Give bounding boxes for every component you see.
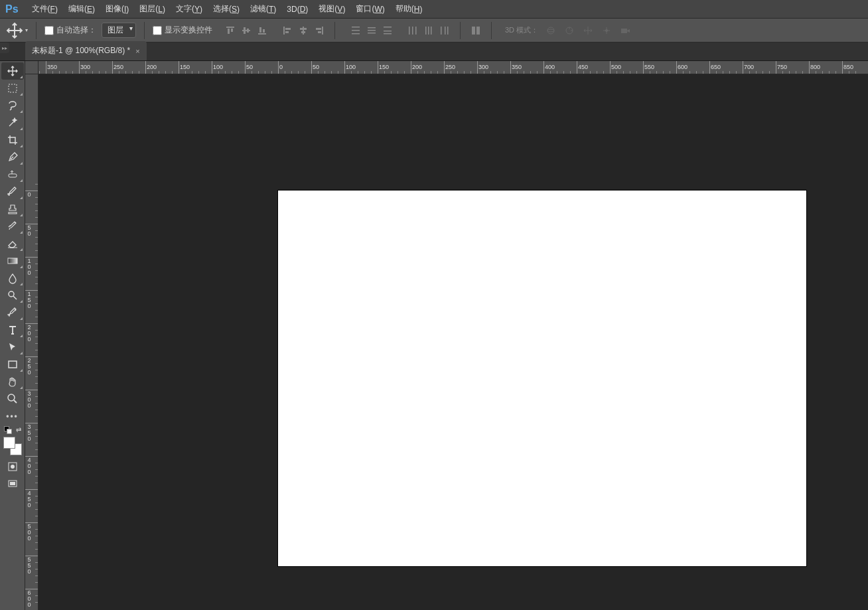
panel-toggle-icon[interactable]: ▸▸	[0, 42, 9, 53]
type-tool[interactable]	[1, 321, 24, 339]
close-icon[interactable]: ×	[135, 47, 139, 55]
align-hcenter-icon[interactable]	[296, 23, 311, 38]
color-swatch[interactable]	[3, 437, 22, 455]
quickmask-tool[interactable]	[1, 458, 24, 475]
svg-rect-33	[441, 27, 442, 35]
threed-orbit-icon[interactable]	[543, 23, 558, 38]
svg-rect-45	[8, 258, 17, 264]
svg-rect-32	[431, 27, 432, 35]
vertical-ruler[interactable]: 05 01 0 01 5 02 0 02 5 03 0 03 5 04 0 04…	[25, 74, 38, 610]
threed-pan-icon[interactable]	[581, 23, 595, 38]
threed-camera-icon[interactable]	[618, 23, 632, 38]
auto-select-target-dropdown[interactable]: 图层	[102, 23, 136, 38]
svg-rect-3	[242, 30, 250, 31]
document-canvas[interactable]	[278, 191, 806, 566]
threed-mode-label: 3D 模式：	[505, 25, 538, 35]
pen-tool[interactable]	[1, 304, 24, 321]
vruler-label: 5 5 0	[27, 557, 32, 575]
svg-rect-44	[9, 174, 17, 177]
auto-select-checkbox[interactable]: 自动选择：	[44, 25, 96, 36]
vruler-label: 1 5 0	[27, 291, 32, 309]
svg-rect-5	[247, 29, 249, 33]
hand-tool[interactable]	[1, 373, 24, 390]
brush-tool[interactable]	[1, 183, 24, 200]
separator	[334, 22, 335, 39]
gradient-tool[interactable]	[1, 252, 24, 269]
app-logo: Ps	[5, 3, 19, 15]
path-select-tool[interactable]	[1, 339, 24, 356]
dist-bottom-icon[interactable]	[380, 23, 395, 38]
blur-tool[interactable]	[1, 269, 24, 287]
document-tab[interactable]: 未标题-1 @ 100%(RGB/8) * ×	[25, 41, 147, 60]
svg-rect-18	[352, 27, 360, 28]
align-left-icon[interactable]	[280, 23, 295, 38]
menu-t[interactable]: 滤镜(T)	[245, 0, 281, 19]
dist-top-icon[interactable]	[348, 23, 363, 38]
menu-f[interactable]: 文件(F)	[27, 0, 63, 19]
hruler-label: 200	[412, 64, 422, 70]
healing-brush-tool[interactable]	[1, 166, 24, 183]
more-tools[interactable]: •••	[1, 408, 24, 425]
stamp-tool[interactable]	[1, 200, 24, 218]
eyedropper-tool[interactable]	[1, 149, 24, 166]
distribute-horizontal-group	[405, 23, 452, 38]
horizontal-ruler[interactable]: 3503002502001501005005010015020025030035…	[25, 61, 868, 74]
hruler-label: 400	[545, 64, 555, 70]
menu-s[interactable]: 选择(S)	[208, 0, 245, 19]
align-vcenter-icon[interactable]	[239, 23, 253, 38]
menu-h[interactable]: 帮助(H)	[390, 0, 428, 19]
menu-v[interactable]: 视图(V)	[313, 0, 350, 19]
current-tool-icon[interactable]: ▾	[5, 21, 28, 40]
align-top-icon[interactable]	[223, 23, 238, 38]
screenmode-tool[interactable]	[1, 475, 24, 493]
hruler-label: 750	[777, 64, 787, 70]
vruler-label: 4 0 0	[27, 457, 32, 475]
vruler-label: 4 5 0	[27, 491, 32, 508]
menu-i[interactable]: 图像(I)	[100, 0, 134, 19]
threed-slide-icon[interactable]	[599, 23, 614, 38]
dodge-tool[interactable]	[1, 287, 24, 304]
zoom-tool[interactable]	[1, 390, 24, 408]
separator	[491, 22, 492, 39]
marquee-tool[interactable]	[1, 80, 24, 97]
dist-right-icon[interactable]	[437, 23, 452, 38]
svg-rect-21	[368, 27, 376, 29]
align-bottom-icon[interactable]	[255, 23, 269, 38]
svg-point-50	[11, 465, 15, 469]
vruler-label: 3 5 0	[27, 424, 32, 442]
history-brush-tool[interactable]	[1, 218, 24, 235]
svg-rect-11	[285, 31, 289, 33]
document-tabbar: 未标题-1 @ 100%(RGB/8) * ×	[0, 42, 868, 61]
foreground-color-swatch[interactable]	[3, 437, 15, 449]
dist-vcenter-icon[interactable]	[364, 23, 379, 38]
svg-rect-20	[352, 33, 360, 35]
menu-e[interactable]: 编辑(E)	[63, 0, 100, 19]
lasso-tool[interactable]	[1, 97, 24, 114]
menu-l[interactable]: 图层(L)	[134, 0, 171, 19]
svg-rect-14	[301, 31, 305, 33]
menu-d[interactable]: 3D(D)	[281, 0, 313, 19]
magic-wand-tool[interactable]	[1, 114, 24, 131]
canvas-area[interactable]	[38, 74, 868, 610]
hruler-label: 650	[711, 64, 721, 70]
hruler-label: 150	[379, 64, 389, 70]
menu-w[interactable]: 窗口(W)	[350, 0, 390, 19]
default-colors-icon[interactable]: ⇄	[3, 426, 23, 433]
show-transform-checkbox[interactable]: 显示变换控件	[153, 25, 212, 36]
crop-tool[interactable]	[1, 131, 24, 149]
hruler-label: 300	[80, 64, 90, 70]
dist-left-icon[interactable]	[405, 23, 420, 38]
eraser-tool[interactable]	[1, 235, 24, 252]
dist-hcenter-icon[interactable]	[421, 23, 436, 38]
threed-roll-icon[interactable]	[562, 23, 577, 38]
auto-align-icon[interactable]	[469, 23, 483, 38]
move-tool[interactable]	[1, 62, 24, 80]
svg-rect-16	[316, 28, 321, 30]
menu-y[interactable]: 文字(Y)	[171, 0, 208, 19]
hruler-label: 800	[810, 64, 820, 70]
ruler-corner	[25, 61, 38, 74]
separator	[460, 22, 461, 39]
document-tab-title: 未标题-1 @ 100%(RGB/8) *	[32, 45, 130, 56]
rectangle-shape-tool[interactable]	[1, 356, 24, 373]
align-right-icon[interactable]	[312, 23, 326, 38]
